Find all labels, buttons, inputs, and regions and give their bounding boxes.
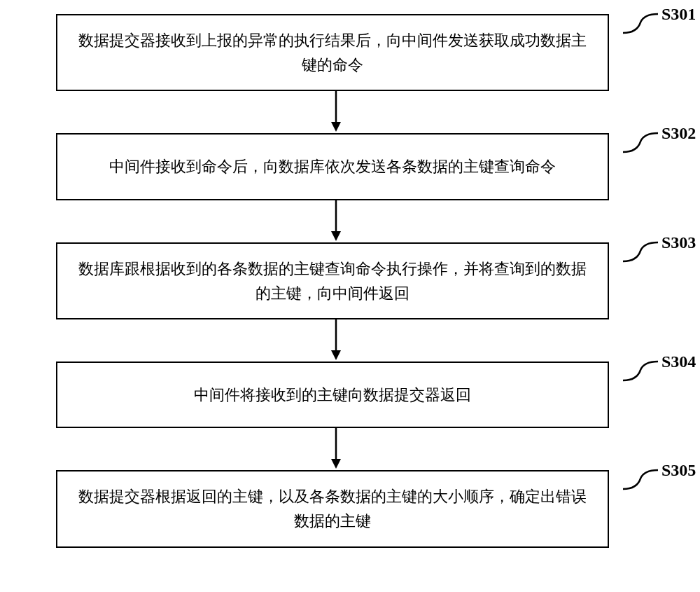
step-text-5: 数据提交器根据返回的主键，以及各条数据的主键的大小顺序，确定出错误数据的主键 [71, 484, 594, 533]
arrow-1 [14, 91, 686, 133]
svg-marker-3 [331, 231, 341, 241]
step-text-3: 数据库跟根据收到的各条数据的主键查询命令执行操作，并将查询到的数据的主键，向中间… [71, 256, 594, 305]
arrow-2 [14, 200, 686, 242]
step-row-2: 中间件接收到命令后，向数据库依次发送各条数据的主键查询命令 S302 [14, 133, 686, 200]
step-label-4: S304 [662, 352, 696, 371]
step-row-4: 中间件将接收到的主键向数据提交器返回 S304 [14, 362, 686, 428]
arrow-4 [14, 428, 686, 470]
svg-marker-5 [331, 350, 341, 360]
step-box-1: 数据提交器接收到上报的异常的执行结果后，向中间件发送获取成功数据主键的命令 [56, 14, 609, 91]
step-label-3: S303 [662, 233, 696, 252]
step-box-5: 数据提交器根据返回的主键，以及各条数据的主键的大小顺序，确定出错误数据的主键 [56, 470, 609, 547]
step-label-wrap-1: S301 [623, 8, 672, 36]
step-label-1: S301 [662, 5, 696, 24]
step-label-wrap-5: S305 [623, 464, 672, 493]
step-label-5: S305 [662, 461, 696, 480]
arrow-3 [14, 319, 686, 362]
svg-marker-7 [331, 459, 341, 469]
step-row-3: 数据库跟根据收到的各条数据的主键查询命令执行操作，并将查询到的数据的主键，向中间… [14, 242, 686, 319]
step-row-5: 数据提交器根据返回的主键，以及各条数据的主键的大小顺序，确定出错误数据的主键 S… [14, 470, 686, 547]
step-label-wrap-3: S303 [623, 237, 672, 265]
step-box-2: 中间件接收到命令后，向数据库依次发送各条数据的主键查询命令 [56, 133, 609, 200]
step-label-wrap-4: S304 [623, 356, 672, 384]
step-label-2: S302 [662, 124, 696, 143]
step-box-3: 数据库跟根据收到的各条数据的主键查询命令执行操作，并将查询到的数据的主键，向中间… [56, 242, 609, 319]
step-row-1: 数据提交器接收到上报的异常的执行结果后，向中间件发送获取成功数据主键的命令 S3… [14, 14, 686, 91]
flowchart-container: 数据提交器接收到上报的异常的执行结果后，向中间件发送获取成功数据主键的命令 S3… [14, 14, 686, 548]
step-label-wrap-2: S302 [623, 128, 672, 156]
step-box-4: 中间件将接收到的主键向数据提交器返回 [56, 362, 609, 428]
step-text-2: 中间件接收到命令后，向数据库依次发送各条数据的主键查询命令 [109, 154, 556, 179]
svg-marker-1 [331, 122, 341, 132]
step-text-4: 中间件将接收到的主键向数据提交器返回 [194, 383, 471, 407]
step-text-1: 数据提交器接收到上报的异常的执行结果后，向中间件发送获取成功数据主键的命令 [71, 28, 594, 77]
